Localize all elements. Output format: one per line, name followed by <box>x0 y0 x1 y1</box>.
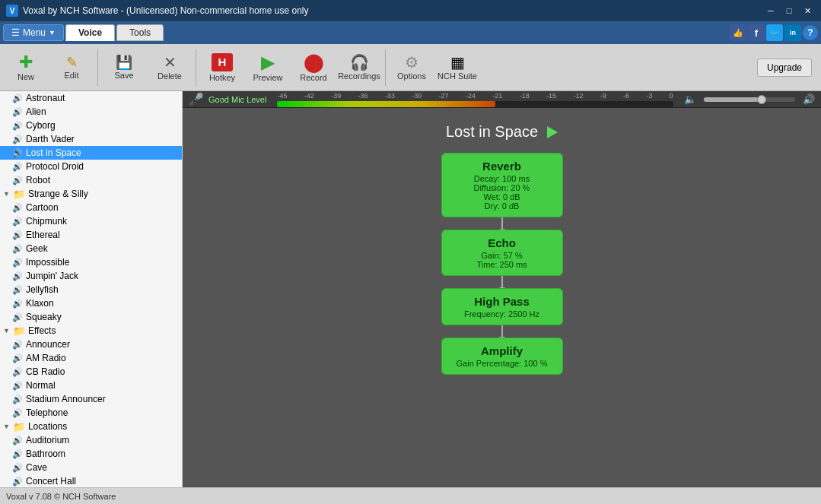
help-icon[interactable]: ? <box>803 25 818 40</box>
sidebar-item-concert-hall[interactable]: 🔊 Concert Hall <box>0 474 182 487</box>
flow-play-icon[interactable] <box>547 126 558 138</box>
flow-box-reverb[interactable]: Reverb Decay: 100 ms Diffusion: 20 % Wet… <box>441 153 563 217</box>
sidebar-item-lost-in-space[interactable]: 🔊 Lost in Space <box>0 146 182 160</box>
sidebar-item-telephone[interactable]: 🔊 Telephone <box>0 406 182 420</box>
preview-button[interactable]: ▶ Preview <box>245 46 291 89</box>
thumbs-up-icon[interactable]: 👍 <box>730 24 746 41</box>
voice-icon: 🔊 <box>12 477 23 487</box>
flow-box-amplify-detail: Gain Percentage: 100 % <box>454 359 550 368</box>
flow-box-amplify[interactable]: Amplify Gain Percentage: 100 % <box>441 338 563 375</box>
sidebar-item-label: Jellyfish <box>26 284 59 295</box>
flow-box-echo-title: Echo <box>454 236 550 249</box>
sidebar-item-bathroom[interactable]: 🔊 Bathroom <box>0 447 182 461</box>
flow-arrow-1 <box>501 217 503 230</box>
sidebar-item-astronaut[interactable]: 🔊 Astronaut <box>0 91 182 105</box>
toolbar: ✚ New ✎ Edit 💾 Save ✕ Delete H Hotkey ▶ … <box>0 44 821 91</box>
sidebar-group-locations[interactable]: ▼ 📁 Locations <box>0 420 182 433</box>
flow-box-reverb-detail: Decay: 100 ms Diffusion: 20 % Wet: 0 dB … <box>454 174 550 211</box>
sidebar-item-jellyfish[interactable]: 🔊 Jellyfish <box>0 283 182 296</box>
voice-icon: 🔊 <box>12 203 23 213</box>
sidebar-item-cb-radio[interactable]: 🔊 CB Radio <box>0 365 182 379</box>
flow-arrow-2 <box>501 276 503 288</box>
close-button[interactable]: ✕ <box>800 5 815 17</box>
flow-box-high-pass[interactable]: High Pass Frequency: 2500 Hz <box>441 288 563 325</box>
sidebar-item-label: Concert Hall <box>26 476 76 487</box>
tab-tools[interactable]: Tools <box>116 24 164 41</box>
voice-icon: 🔊 <box>12 271 23 281</box>
recordings-button[interactable]: 🎧 Recordings <box>336 46 382 89</box>
sidebar-item-klaxon[interactable]: 🔊 Klaxon <box>0 296 182 310</box>
sidebar-item-alien[interactable]: 🔊 Alien <box>0 105 182 119</box>
hotkey-label: Hotkey <box>209 73 235 82</box>
save-label: Save <box>114 71 133 80</box>
level-label: Good Mic Level <box>208 95 266 104</box>
sidebar-item-jumpin-jack[interactable]: 🔊 Jumpin' Jack <box>0 269 182 283</box>
delete-icon: ✕ <box>164 55 177 70</box>
sidebar-item-am-radio[interactable]: 🔊 AM Radio <box>0 351 182 365</box>
folder-icon: 📁 <box>13 189 25 200</box>
twitter-icon[interactable]: 🐦 <box>766 24 783 41</box>
flow-title-text: Lost in Space <box>446 123 538 141</box>
hotkey-button[interactable]: H Hotkey <box>199 46 245 89</box>
sidebar-item-label: CB Radio <box>26 366 65 377</box>
sidebar-item-chipmunk[interactable]: 🔊 Chipmunk <box>0 214 182 228</box>
sidebar-item-stadium-announcer[interactable]: 🔊 Stadium Announcer <box>0 392 182 406</box>
sidebar-item-label: Cartoon <box>26 202 59 213</box>
edit-button[interactable]: ✎ Edit <box>49 46 94 89</box>
new-icon: ✚ <box>19 54 33 71</box>
maximize-button[interactable]: □ <box>781 5 797 17</box>
sidebar-item-geek[interactable]: 🔊 Geek <box>0 242 182 255</box>
voice-icon: 🔊 <box>12 107 23 117</box>
record-button[interactable]: ⬤ Record <box>291 46 336 89</box>
sidebar-item-normal[interactable]: 🔊 Normal <box>0 379 182 392</box>
minimize-button[interactable]: ─ <box>763 5 778 17</box>
sidebar-item-impossible[interactable]: 🔊 Impossible <box>0 255 182 269</box>
sidebar-item-label: Lost in Space <box>26 147 81 158</box>
volume-slider[interactable] <box>704 97 795 102</box>
options-label: Options <box>397 71 426 81</box>
sidebar-item-auditorium[interactable]: 🔊 Auditorium <box>0 433 182 447</box>
flow-box-echo[interactable]: Echo Gain: 57 % Time: 250 ms <box>441 230 563 276</box>
volume-thumb[interactable] <box>757 95 766 104</box>
tab-voice[interactable]: Voice <box>65 24 115 41</box>
preview-label: Preview <box>253 73 282 82</box>
sidebar-group-label: Strange & Silly <box>28 189 88 199</box>
sidebar-item-squeaky[interactable]: 🔊 Squeaky <box>0 310 182 324</box>
hotkey-icon: H <box>212 53 233 71</box>
sidebar-item-cartoon[interactable]: 🔊 Cartoon <box>0 201 182 214</box>
sidebar-item-ethereal[interactable]: 🔊 Ethereal <box>0 228 182 242</box>
sidebar-item-cyborg[interactable]: 🔊 Cyborg <box>0 119 182 132</box>
options-button[interactable]: ⚙ Options <box>389 46 434 89</box>
sidebar: 🔊 Astronaut 🔊 Alien 🔊 Cyborg 🔊 Darth Vad… <box>0 91 183 487</box>
voice-icon: 🔊 <box>12 312 23 322</box>
delete-button[interactable]: ✕ Delete <box>147 46 193 89</box>
save-button[interactable]: 💾 Save <box>101 46 147 89</box>
sidebar-item-protocol-droid[interactable]: 🔊 Protocol Droid <box>0 160 182 173</box>
menu-dropdown-button[interactable]: ☰ Menu ▼ <box>3 24 64 41</box>
folder-icon: 📁 <box>13 325 25 337</box>
voice-icon: 🔊 <box>12 299 23 309</box>
sidebar-group-label: Locations <box>28 421 67 432</box>
sidebar-item-label: Alien <box>26 106 46 117</box>
sidebar-item-cave[interactable]: 🔊 Cave <box>0 461 182 474</box>
voice-icon: 🔊 <box>12 258 23 268</box>
facebook-icon[interactable]: f <box>748 24 765 41</box>
voice-icon: 🔊 <box>12 367 23 377</box>
folder-icon: 📁 <box>13 421 25 433</box>
sidebar-group-label: Effects <box>28 325 56 336</box>
sidebar-item-label: Protocol Droid <box>26 161 84 172</box>
sidebar-item-announcer[interactable]: 🔊 Announcer <box>0 338 182 351</box>
sidebar-item-robot[interactable]: 🔊 Robot <box>0 173 182 187</box>
new-button[interactable]: ✚ New <box>3 46 49 89</box>
flow-arrow-3 <box>501 325 503 338</box>
nch-suite-button[interactable]: ▦ NCH Suite <box>434 46 480 89</box>
voice-icon: 🔊 <box>12 285 23 295</box>
upgrade-button[interactable]: Upgrade <box>757 59 812 77</box>
sidebar-group-strange-silly[interactable]: ▼ 📁 Strange & Silly <box>0 187 182 201</box>
linkedin-icon[interactable]: in <box>784 24 801 41</box>
menu-chevron-icon: ▼ <box>49 29 56 36</box>
sidebar-item-darth-vader[interactable]: 🔊 Darth Vader <box>0 132 182 146</box>
sidebar-item-label: Cyborg <box>26 120 56 131</box>
sidebar-group-effects[interactable]: ▼ 📁 Effects <box>0 324 182 338</box>
voice-icon: 🔊 <box>12 353 23 363</box>
